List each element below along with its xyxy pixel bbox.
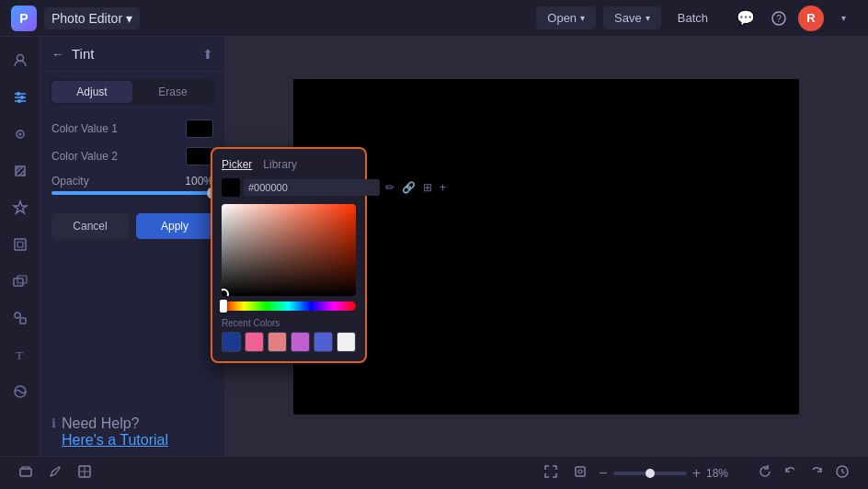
panel-export-button[interactable]: ⬆ <box>202 47 213 62</box>
recent-color-1[interactable] <box>245 332 264 352</box>
opacity-section: Opacity 100% <box>51 175 213 195</box>
grid-icon-button[interactable] <box>74 462 96 483</box>
fullscreen-icon-button[interactable] <box>540 462 562 483</box>
open-button[interactable]: Open ▾ <box>536 6 596 29</box>
message-icon-button[interactable]: 💬 <box>732 5 760 32</box>
app-logo: P <box>11 6 37 31</box>
picker-tab-library[interactable]: Library <box>263 158 297 171</box>
sidebar-item-text[interactable]: T <box>4 338 37 371</box>
recent-color-3[interactable] <box>291 332 310 352</box>
cancel-button[interactable]: Cancel <box>51 213 129 239</box>
back-button[interactable]: ← <box>51 47 64 62</box>
svg-text:?: ? <box>776 14 782 24</box>
panel-title: Tint <box>72 46 195 62</box>
zoom-in-button[interactable]: + <box>692 465 701 482</box>
app-title-chevron: ▾ <box>126 11 132 26</box>
svg-text:T: T <box>16 348 23 362</box>
color-value-1-row: Color Value 1 <box>51 119 213 138</box>
rainbow-thumb <box>220 300 227 313</box>
zoom-controls: − + 18% <box>599 465 739 482</box>
picker-grid-button[interactable]: ⊞ <box>421 179 434 196</box>
recent-colors-label: Recent Colors <box>222 318 356 328</box>
sidebar-item-adjust[interactable] <box>4 81 37 114</box>
svg-point-24 <box>578 470 582 473</box>
sidebar-item-objects[interactable] <box>4 301 37 335</box>
transform-icon-button[interactable] <box>569 462 591 483</box>
picker-tabs: Picker Library <box>222 158 356 171</box>
pen-icon-button[interactable] <box>44 462 66 483</box>
color-value-1-swatch[interactable] <box>186 119 213 138</box>
svg-point-10 <box>18 133 21 136</box>
info-icon: ℹ <box>51 416 56 430</box>
refresh-icon-button[interactable] <box>754 462 776 483</box>
apply-button[interactable]: Apply <box>136 213 213 239</box>
help-icon-button[interactable]: ? <box>765 5 793 32</box>
svg-rect-16 <box>20 318 26 324</box>
main-layout: T ← Tint ⬆ Adjust Erase <box>0 37 868 456</box>
recent-colors-row <box>222 332 356 352</box>
opacity-slider[interactable] <box>51 191 213 195</box>
color-gradient-area[interactable] <box>222 204 356 296</box>
recent-color-0[interactable] <box>222 332 241 352</box>
recent-color-5[interactable] <box>337 332 356 352</box>
topbar-icons: 💬 ? R ▾ <box>732 5 857 32</box>
panel-actions: Cancel Apply <box>40 206 224 246</box>
svg-rect-11 <box>15 239 26 250</box>
sidebar-item-masks[interactable] <box>4 375 37 408</box>
topbar: P Photo Editor ▾ Open ▾ Save ▾ Batch 💬 ?… <box>0 0 868 37</box>
sidebar-item-view[interactable] <box>4 118 37 151</box>
opacity-value: 100% <box>185 175 213 188</box>
svg-point-4 <box>17 92 20 96</box>
svg-rect-12 <box>17 242 23 247</box>
svg-rect-19 <box>20 469 31 476</box>
color-value-2-row: Color Value 2 <box>51 147 213 165</box>
zoom-slider[interactable] <box>613 472 687 475</box>
help-row: ℹ Need Help? Here's a Tutorial <box>40 408 224 456</box>
gradient-cursor <box>222 289 229 296</box>
help-link[interactable]: Here's a Tutorial <box>62 432 168 449</box>
avatar[interactable]: R <box>798 6 824 31</box>
recent-color-2[interactable] <box>268 332 287 352</box>
panel: ← Tint ⬆ Adjust Erase Color Value 1 Colo… <box>40 37 224 456</box>
open-label: Open <box>547 11 577 25</box>
avatar-chevron-button[interactable]: ▾ <box>829 5 857 32</box>
picker-hex-input[interactable] <box>244 179 380 196</box>
tab-erase[interactable]: Erase <box>132 81 213 103</box>
app-title-button[interactable]: Photo Editor ▾ <box>44 7 140 29</box>
layers-icon-button[interactable] <box>15 462 37 483</box>
help-title: Need Help? <box>62 415 168 432</box>
rainbow-slider[interactable] <box>222 301 356 311</box>
batch-button[interactable]: Batch <box>668 6 717 29</box>
picker-link-button[interactable]: 🔗 <box>400 179 417 196</box>
tab-adjust[interactable]: Adjust <box>51 81 132 103</box>
app-title-label: Photo Editor <box>51 11 122 26</box>
panel-tabs: Adjust Erase <box>50 79 215 105</box>
color-value-2-swatch[interactable] <box>186 147 213 165</box>
color-picker-popup: Picker Library ✏ 🔗 ⊞ + Recent Colors <box>211 147 367 363</box>
svg-rect-13 <box>14 279 23 286</box>
zoom-value: 18% <box>706 467 739 480</box>
sidebar-item-stickers[interactable] <box>4 191 37 224</box>
save-chevron: ▾ <box>645 13 650 23</box>
sidebar-item-effects[interactable] <box>4 154 37 188</box>
sidebar-item-frames[interactable] <box>4 228 37 261</box>
picker-pencil-button[interactable]: ✏ <box>383 179 396 196</box>
zoom-out-button[interactable]: − <box>599 465 607 482</box>
redo-icon-button[interactable] <box>805 462 828 483</box>
color-value-1-label: Color Value 1 <box>51 122 118 135</box>
svg-point-6 <box>20 96 24 99</box>
save-button[interactable]: Save ▾ <box>603 6 661 29</box>
undo-icon-button[interactable] <box>780 462 802 483</box>
sidebar-item-user[interactable] <box>4 44 37 77</box>
picker-add-button[interactable]: + <box>438 179 448 196</box>
svg-rect-14 <box>17 276 27 283</box>
svg-rect-23 <box>576 467 585 476</box>
svg-point-8 <box>17 99 21 103</box>
svg-point-15 <box>15 313 20 318</box>
picker-tab-picker[interactable]: Picker <box>222 158 252 171</box>
sidebar-item-overlays[interactable] <box>4 265 37 298</box>
bottombar: − + 18% <box>0 456 868 489</box>
help-content: Need Help? Here's a Tutorial <box>62 415 168 449</box>
recent-color-4[interactable] <box>314 332 333 352</box>
history-icon-button[interactable] <box>831 462 853 483</box>
